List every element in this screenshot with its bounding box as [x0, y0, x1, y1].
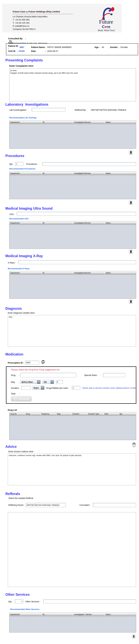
- section-title-advice: Advice: [6, 445, 16, 449]
- prescription-id-input[interactable]: [25, 361, 39, 364]
- refresh-icon: [41, 360, 45, 364]
- column-header-drug-id[interactable]: Drug ID: [10, 412, 25, 416]
- trash-icon: [130, 300, 132, 303]
- company-name-rest: Future Holdings (Pty) Limited: [28, 10, 60, 13]
- lab-table-body[interactable]: [10, 124, 136, 148]
- section-title-xray: Medical Imaging X-Ray: [6, 254, 43, 258]
- special-notes-input[interactable]: [103, 373, 126, 377]
- column-header-status[interactable]: Status: [105, 221, 136, 225]
- referral-list-box[interactable]: [8, 512, 136, 587]
- delete-xray-button[interactable]: [129, 299, 133, 304]
- section-title-other-services: Other Services: [6, 592, 30, 597]
- uss-label: USS :: [9, 213, 15, 216]
- column-header-duration[interactable]: Duration: [72, 412, 87, 416]
- delete-uss-button[interactable]: [129, 249, 133, 254]
- procedures-input[interactable]: [42, 162, 136, 166]
- column-header-way[interactable]: Way: [56, 412, 72, 416]
- column-header-investigation[interactable]: Investigation / Service: [73, 613, 105, 616]
- column-header-status[interactable]: Status: [105, 613, 136, 616]
- diagnosis-label: Enter Diagnosis Details Here: [8, 312, 35, 314]
- column-header-duration-type[interactable]: Duration Type: [87, 412, 104, 416]
- complaints-label: Enter Complaints Here: [9, 64, 34, 67]
- lab-investigation-input[interactable]: [32, 108, 66, 112]
- column-header-investigation[interactable]: Investigation/Service: [73, 221, 105, 225]
- company-info: Future Care by Future Holdings (Pty) Lim…: [13, 10, 73, 31]
- column-header-note[interactable]: Note: [104, 412, 118, 416]
- column-header-investigation[interactable]: Investigation/Service: [73, 172, 105, 175]
- delete-lab-test-button[interactable]: [129, 150, 133, 155]
- frequency-select[interactable]: OD: [42, 380, 54, 384]
- delete-other-service-button[interactable]: [132, 634, 136, 638]
- column-header-department[interactable]: Department: [10, 120, 42, 124]
- column-header-department[interactable]: Department: [10, 613, 42, 616]
- complaints-textarea[interactable]: pt seen Doppler of both lower limbs show…: [9, 68, 136, 101]
- column-header-id[interactable]: ID: [42, 120, 73, 124]
- consultant-input[interactable]: [93, 503, 136, 507]
- xray-table: Department ID Investigation/Service Stat…: [9, 271, 136, 299]
- column-header-id[interactable]: ID: [42, 172, 73, 175]
- duration-unit-select[interactable]: Day/s: [32, 386, 44, 390]
- section-title-presenting-complaints: Presenting Complaints: [6, 58, 43, 62]
- logo-swoosh-icon: [95, 7, 117, 20]
- advice-label: Enter Doctor's Advice Here: [8, 450, 34, 453]
- column-header-department[interactable]: Department: [10, 221, 42, 225]
- colon: :: [19, 381, 20, 383]
- column-header-status[interactable]: Status: [105, 271, 136, 275]
- column-header-frequency[interactable]: Fequency: [40, 412, 56, 416]
- section-title-procedures: Procedures: [6, 154, 24, 158]
- column-header-status[interactable]: Status: [105, 172, 136, 175]
- delete-drug-button[interactable]: [132, 442, 136, 448]
- age-label: Age :: [94, 46, 101, 48]
- trash-outline-icon: [132, 442, 136, 447]
- referring-doctor-input[interactable]: [26, 503, 66, 507]
- xray-table-header: Department ID Investigation/Service Stat…: [10, 271, 136, 275]
- uss-input[interactable]: [17, 212, 136, 216]
- xray-input[interactable]: [18, 260, 136, 264]
- column-header-department[interactable]: Department: [10, 172, 42, 175]
- duration-input[interactable]: [21, 386, 31, 390]
- column-header-qty[interactable]: Qty: [118, 412, 136, 416]
- other-services-input[interactable]: [43, 600, 136, 603]
- gender-label: Gender :: [110, 46, 120, 48]
- other-services-table-header: Department ID Investigation / Service St…: [10, 613, 136, 616]
- total-label: Total: [11, 392, 16, 395]
- refresh-prescription-button[interactable]: [41, 360, 45, 364]
- drug-list-label: Drug List: [8, 409, 17, 411]
- colon: :: [17, 50, 18, 52]
- column-header-drug[interactable]: Drug: [25, 412, 40, 416]
- column-header-investigation[interactable]: Investigation/Service: [73, 271, 105, 275]
- recommended-procedures-label: Recommended Procedures: [9, 168, 36, 170]
- drug-input[interactable]: [20, 373, 76, 377]
- uss-table: Department ID Investigation/Service Stat…: [9, 221, 136, 249]
- way-qty-input[interactable]: [56, 380, 63, 384]
- logo-wordmark-care: C♥re: [91, 25, 121, 29]
- recommended-lab-testings-label: Recommended Lab Testings: [9, 116, 36, 119]
- column-header-id[interactable]: ID: [42, 613, 73, 616]
- other-services-table-body[interactable]: [10, 616, 136, 632]
- meal-timing-select[interactable]: Before Meal: [20, 380, 40, 384]
- drug-list-table-body[interactable]: [10, 416, 136, 440]
- recommended-other-services-label: Recommended Other Services: [10, 608, 40, 610]
- column-header-id[interactable]: ID: [42, 221, 73, 225]
- tablet-fraction-hint: Please add as decimal numbers when addin…: [82, 387, 136, 389]
- diagnosis-textarea[interactable]: ISQ: [8, 315, 136, 347]
- procedures-qty-input[interactable]: [15, 162, 24, 166]
- column-header-id[interactable]: ID: [42, 271, 73, 275]
- future-care-logo: Future C♥re Body Mind Soul: [91, 7, 121, 32]
- procedures-table-body[interactable]: [10, 175, 136, 199]
- per-meal-input[interactable]: [72, 386, 80, 390]
- column-header-status[interactable]: Status: [105, 120, 136, 124]
- add-drug-button[interactable]: Add Drug: [11, 396, 32, 402]
- advice-textarea[interactable]: reassure, continue current mgt, review w…: [8, 453, 136, 485]
- colon: :: [100, 374, 100, 376]
- column-header-department[interactable]: Department: [10, 271, 42, 275]
- uss-table-body[interactable]: [10, 225, 136, 249]
- recommended-uss-label: Recommended USS: [9, 218, 28, 220]
- patient-name-label: Patient Name :: [31, 46, 47, 48]
- column-header-investigation[interactable]: Investigation/Service: [73, 120, 105, 124]
- duration-label: Duration :: [11, 387, 20, 389]
- xray-table-body[interactable]: [10, 275, 136, 298]
- other-qty-input[interactable]: [15, 599, 23, 603]
- colon: :: [19, 374, 20, 376]
- delete-procedure-button[interactable]: [129, 200, 133, 205]
